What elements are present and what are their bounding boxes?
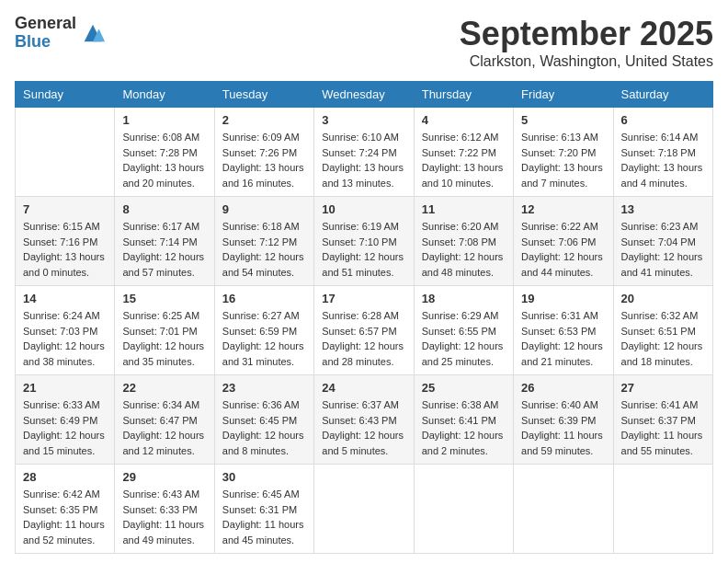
calendar-cell: 10Sunrise: 6:19 AM Sunset: 7:10 PM Dayli… <box>314 197 414 286</box>
calendar-cell <box>613 465 712 554</box>
day-info: Sunrise: 6:45 AM Sunset: 6:31 PM Dayligh… <box>222 487 306 547</box>
calendar-table: SundayMondayTuesdayWednesdayThursdayFrid… <box>15 81 713 554</box>
week-row-2: 7Sunrise: 6:15 AM Sunset: 7:16 PM Daylig… <box>16 197 713 286</box>
day-number: 15 <box>122 292 206 305</box>
day-number: 17 <box>322 292 405 305</box>
day-number: 6 <box>621 113 705 127</box>
day-number: 22 <box>122 381 206 395</box>
calendar-cell: 5Sunrise: 6:13 AM Sunset: 7:20 PM Daylig… <box>514 108 613 197</box>
calendar-cell: 23Sunrise: 6:36 AM Sunset: 6:45 PM Dayli… <box>214 375 313 465</box>
day-number: 30 <box>222 470 306 484</box>
calendar-cell: 1Sunrise: 6:08 AM Sunset: 7:28 PM Daylig… <box>115 108 214 197</box>
logo-icon <box>80 20 106 46</box>
day-number: 26 <box>521 381 605 395</box>
calendar-cell: 11Sunrise: 6:20 AM Sunset: 7:08 PM Dayli… <box>414 197 513 286</box>
calendar-cell <box>414 465 513 554</box>
day-number: 24 <box>322 381 405 395</box>
day-info: Sunrise: 6:24 AM Sunset: 7:03 PM Dayligh… <box>23 308 107 369</box>
day-number: 29 <box>122 470 206 484</box>
day-info: Sunrise: 6:14 AM Sunset: 7:18 PM Dayligh… <box>621 130 705 190</box>
calendar-cell: 26Sunrise: 6:40 AM Sunset: 6:39 PM Dayli… <box>514 375 613 465</box>
day-info: Sunrise: 6:08 AM Sunset: 7:28 PM Dayligh… <box>122 130 206 190</box>
calendar-cell: 2Sunrise: 6:09 AM Sunset: 7:26 PM Daylig… <box>214 108 313 197</box>
day-info: Sunrise: 6:34 AM Sunset: 6:47 PM Dayligh… <box>122 397 206 458</box>
weekday-header-tuesday: Tuesday <box>214 82 313 108</box>
day-info: Sunrise: 6:43 AM Sunset: 6:33 PM Dayligh… <box>122 487 206 547</box>
weekday-header-friday: Friday <box>514 82 613 108</box>
calendar-cell: 30Sunrise: 6:45 AM Sunset: 6:31 PM Dayli… <box>214 465 313 554</box>
day-number: 7 <box>23 202 107 216</box>
page-header: General Blue September 2025 Clarkston, W… <box>15 15 713 70</box>
week-row-1: 1Sunrise: 6:08 AM Sunset: 7:28 PM Daylig… <box>16 108 713 197</box>
day-info: Sunrise: 6:10 AM Sunset: 7:24 PM Dayligh… <box>322 130 405 190</box>
calendar-cell: 28Sunrise: 6:42 AM Sunset: 6:35 PM Dayli… <box>16 465 115 554</box>
day-info: Sunrise: 6:22 AM Sunset: 7:06 PM Dayligh… <box>521 219 605 280</box>
day-number: 14 <box>23 292 107 305</box>
day-info: Sunrise: 6:17 AM Sunset: 7:14 PM Dayligh… <box>122 219 206 280</box>
calendar-body: 1Sunrise: 6:08 AM Sunset: 7:28 PM Daylig… <box>16 108 713 554</box>
day-info: Sunrise: 6:27 AM Sunset: 6:59 PM Dayligh… <box>222 308 306 369</box>
title-area: September 2025 Clarkston, Washington, Un… <box>460 15 713 70</box>
weekday-header-sunday: Sunday <box>16 82 115 108</box>
day-info: Sunrise: 6:33 AM Sunset: 6:49 PM Dayligh… <box>23 397 107 458</box>
calendar-cell <box>314 465 414 554</box>
weekday-header-thursday: Thursday <box>414 82 513 108</box>
day-number: 11 <box>422 202 506 216</box>
calendar-cell: 19Sunrise: 6:31 AM Sunset: 6:53 PM Dayli… <box>514 286 613 375</box>
logo-blue-text: Blue <box>15 33 76 52</box>
day-number: 21 <box>23 381 107 395</box>
week-row-3: 14Sunrise: 6:24 AM Sunset: 7:03 PM Dayli… <box>16 286 713 375</box>
day-info: Sunrise: 6:31 AM Sunset: 6:53 PM Dayligh… <box>521 308 605 369</box>
day-info: Sunrise: 6:09 AM Sunset: 7:26 PM Dayligh… <box>222 130 306 190</box>
calendar-header: SundayMondayTuesdayWednesdayThursdayFrid… <box>16 82 713 108</box>
location-text: Clarkston, Washington, United States <box>460 53 713 70</box>
day-info: Sunrise: 6:32 AM Sunset: 6:51 PM Dayligh… <box>621 308 705 369</box>
day-info: Sunrise: 6:40 AM Sunset: 6:39 PM Dayligh… <box>521 397 605 458</box>
day-number: 1 <box>122 113 206 127</box>
day-info: Sunrise: 6:25 AM Sunset: 7:01 PM Dayligh… <box>122 308 206 369</box>
logo: General Blue <box>15 15 106 52</box>
calendar-cell: 24Sunrise: 6:37 AM Sunset: 6:43 PM Dayli… <box>314 375 414 465</box>
day-info: Sunrise: 6:37 AM Sunset: 6:43 PM Dayligh… <box>322 397 405 458</box>
day-number: 3 <box>322 113 405 127</box>
day-info: Sunrise: 6:28 AM Sunset: 6:57 PM Dayligh… <box>322 308 405 369</box>
calendar-cell: 22Sunrise: 6:34 AM Sunset: 6:47 PM Dayli… <box>115 375 214 465</box>
day-number: 4 <box>422 113 506 127</box>
week-row-5: 28Sunrise: 6:42 AM Sunset: 6:35 PM Dayli… <box>16 465 713 554</box>
calendar-cell: 20Sunrise: 6:32 AM Sunset: 6:51 PM Dayli… <box>613 286 712 375</box>
month-title: September 2025 <box>460 15 713 53</box>
day-number: 23 <box>222 381 306 395</box>
day-number: 27 <box>621 381 705 395</box>
calendar-cell: 3Sunrise: 6:10 AM Sunset: 7:24 PM Daylig… <box>314 108 414 197</box>
calendar-cell: 25Sunrise: 6:38 AM Sunset: 6:41 PM Dayli… <box>414 375 513 465</box>
calendar-cell: 27Sunrise: 6:41 AM Sunset: 6:37 PM Dayli… <box>613 375 712 465</box>
calendar-cell: 13Sunrise: 6:23 AM Sunset: 7:04 PM Dayli… <box>613 197 712 286</box>
calendar-cell: 4Sunrise: 6:12 AM Sunset: 7:22 PM Daylig… <box>414 108 513 197</box>
day-info: Sunrise: 6:15 AM Sunset: 7:16 PM Dayligh… <box>23 219 107 280</box>
day-number: 5 <box>521 113 605 127</box>
calendar-cell: 16Sunrise: 6:27 AM Sunset: 6:59 PM Dayli… <box>214 286 313 375</box>
calendar-cell: 9Sunrise: 6:18 AM Sunset: 7:12 PM Daylig… <box>214 197 313 286</box>
day-info: Sunrise: 6:36 AM Sunset: 6:45 PM Dayligh… <box>222 397 306 458</box>
calendar-cell: 7Sunrise: 6:15 AM Sunset: 7:16 PM Daylig… <box>16 197 115 286</box>
calendar-cell <box>514 465 613 554</box>
day-number: 13 <box>621 202 705 216</box>
day-info: Sunrise: 6:41 AM Sunset: 6:37 PM Dayligh… <box>621 397 705 458</box>
calendar-cell: 21Sunrise: 6:33 AM Sunset: 6:49 PM Dayli… <box>16 375 115 465</box>
calendar-cell: 6Sunrise: 6:14 AM Sunset: 7:18 PM Daylig… <box>613 108 712 197</box>
calendar-cell <box>16 108 115 197</box>
day-number: 8 <box>122 202 206 216</box>
calendar-cell: 15Sunrise: 6:25 AM Sunset: 7:01 PM Dayli… <box>115 286 214 375</box>
weekday-header-saturday: Saturday <box>613 82 712 108</box>
day-number: 16 <box>222 292 306 305</box>
day-number: 25 <box>422 381 506 395</box>
day-info: Sunrise: 6:13 AM Sunset: 7:20 PM Dayligh… <box>521 130 605 190</box>
day-info: Sunrise: 6:38 AM Sunset: 6:41 PM Dayligh… <box>422 397 506 458</box>
day-info: Sunrise: 6:12 AM Sunset: 7:22 PM Dayligh… <box>422 130 506 190</box>
weekday-header-row: SundayMondayTuesdayWednesdayThursdayFrid… <box>16 82 713 108</box>
day-number: 12 <box>521 202 605 216</box>
day-number: 2 <box>222 113 306 127</box>
weekday-header-monday: Monday <box>115 82 214 108</box>
day-info: Sunrise: 6:23 AM Sunset: 7:04 PM Dayligh… <box>621 219 705 280</box>
calendar-cell: 12Sunrise: 6:22 AM Sunset: 7:06 PM Dayli… <box>514 197 613 286</box>
